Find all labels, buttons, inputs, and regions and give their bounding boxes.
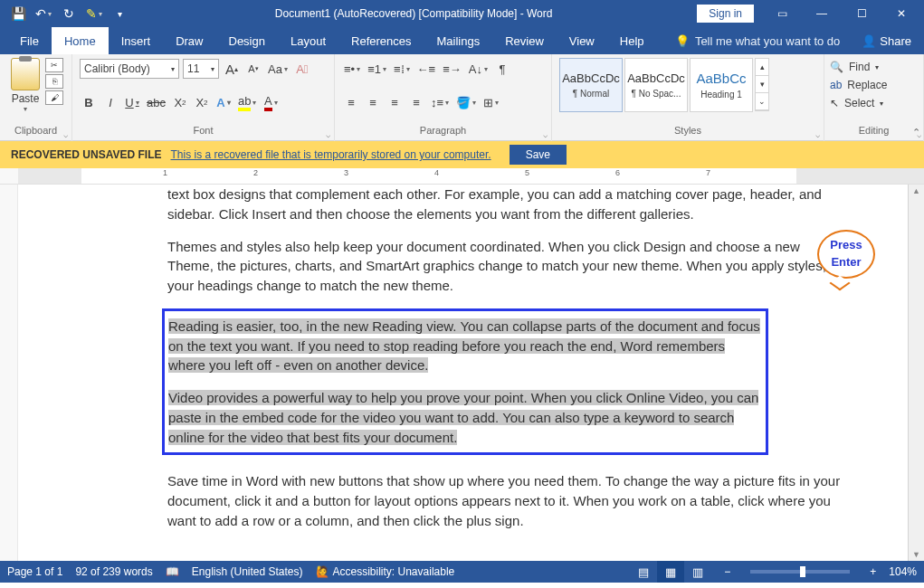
align-left-button[interactable]: ≡ [342, 92, 360, 112]
paste-button[interactable]: Paste ▾ [7, 58, 43, 113]
style-heading-1[interactable]: AaBbCc Heading 1 [690, 58, 753, 112]
document-area: Press Enter text box designs that comple… [0, 185, 924, 561]
share-button[interactable]: 👤 Share [849, 34, 924, 48]
bullets-button[interactable]: ≡• [342, 59, 362, 79]
cut-icon[interactable]: ✂ [45, 58, 63, 72]
ruler-scale[interactable]: 1 2 3 4 5 6 7 [18, 168, 924, 184]
tab-file[interactable]: File [7, 27, 52, 54]
callout-line2: Enter [831, 254, 861, 271]
highlight-button[interactable]: ab [236, 92, 258, 112]
group-label-editing: Editing [830, 125, 918, 139]
undo-icon[interactable]: ↶▾ [33, 3, 54, 24]
highlighter-qat-icon[interactable]: ✎▾ [83, 3, 105, 24]
font-size-select[interactable]: 11▾ [183, 59, 219, 79]
spellcheck-icon[interactable]: 📖 [166, 565, 179, 578]
italic-button[interactable]: I [101, 92, 119, 112]
vertical-scrollbar[interactable] [908, 185, 924, 561]
font-name-select[interactable]: Calibri (Body)▾ [80, 59, 179, 79]
clear-format-button[interactable]: A⃠ [293, 59, 311, 79]
strikethrough-button[interactable]: abc [145, 92, 167, 112]
close-button[interactable]: ✕ [882, 0, 920, 27]
print-layout-icon[interactable]: ▦ [657, 561, 684, 583]
qat-customize-icon[interactable]: ▾ [109, 3, 130, 24]
collapse-ribbon-icon[interactable]: ⌃ [912, 127, 920, 138]
doc-paragraph: Save time in Word with new buttons that … [167, 471, 844, 530]
zoom-level[interactable]: 104% [889, 565, 917, 578]
align-center-button[interactable]: ≡ [364, 92, 382, 112]
group-paragraph: ≡• ≡1 ≡⁞ ←≡ ≡→ A↓ ¶ ≡ ≡ ≡ ≡ ↕≡ 🪣 ⊞ Parag… [335, 54, 552, 141]
zoom-slider[interactable] [750, 570, 850, 574]
numbering-button[interactable]: ≡1 [366, 59, 388, 79]
superscript-button[interactable]: X2 [193, 92, 211, 112]
style-no-spacing[interactable]: AaBbCcDc ¶ No Spac... [624, 58, 688, 112]
justify-button[interactable]: ≡ [407, 92, 425, 112]
redo-icon[interactable]: ↻ [58, 3, 80, 24]
status-words[interactable]: 92 of 239 words [75, 565, 152, 578]
text-effects-button[interactable]: A [214, 92, 233, 112]
tab-home[interactable]: Home [52, 27, 109, 54]
multilevel-button[interactable]: ≡⁞ [392, 59, 412, 79]
group-label-paragraph: Paragraph [342, 125, 544, 139]
find-button[interactable]: 🔍Find▾ [830, 58, 918, 76]
indent-button[interactable]: ≡→ [441, 59, 463, 79]
tab-draw[interactable]: Draw [163, 27, 215, 54]
search-icon: 🔍 [830, 61, 843, 73]
line-spacing-button[interactable]: ↕≡ [429, 92, 451, 112]
tab-view[interactable]: View [557, 27, 607, 54]
horizontal-ruler[interactable]: 1 2 3 4 5 6 7 [0, 168, 924, 185]
status-language[interactable]: English (United States) [192, 565, 303, 578]
select-button[interactable]: ↖Select▾ [830, 94, 918, 112]
tell-me-search[interactable]: 💡 Tell me what you want to do [666, 34, 849, 48]
maximize-button[interactable]: ☐ [843, 0, 881, 27]
read-mode-icon[interactable]: ▤ [630, 561, 657, 583]
borders-button[interactable]: ⊞ [481, 92, 500, 112]
ribbon-display-icon[interactable]: ▭ [763, 0, 801, 27]
status-bar: Page 1 of 1 92 of 239 words 📖 English (U… [0, 561, 924, 583]
share-icon: 👤 [862, 34, 876, 48]
show-marks-button[interactable]: ¶ [493, 59, 511, 79]
group-clipboard: Paste ▾ ✂ ⎘ 🖌 Clipboard [0, 54, 72, 141]
zoom-in-button[interactable]: + [870, 565, 876, 578]
tab-layout[interactable]: Layout [278, 27, 338, 54]
minimize-button[interactable]: — [803, 0, 841, 27]
underline-button[interactable]: U [123, 92, 141, 112]
ribbon-tabs: File Home Insert Draw Design Layout Refe… [0, 27, 924, 54]
tab-mailings[interactable]: Mailings [424, 27, 493, 54]
replace-icon: ab [830, 79, 842, 91]
replace-button[interactable]: abReplace [830, 76, 918, 94]
accessibility-icon[interactable]: 🙋Accessibility: Unavailable [316, 565, 455, 578]
vertical-ruler[interactable] [0, 185, 18, 561]
tab-references[interactable]: References [338, 27, 424, 54]
window-title: Document1 (AutoRecovered) [Compatibility… [130, 7, 697, 20]
msgbar-link[interactable]: This is a recovered file that is tempora… [170, 148, 491, 161]
style-normal[interactable]: AaBbCcDc ¶ Normal [559, 58, 623, 112]
sign-in-button[interactable]: Sign in [697, 5, 754, 23]
cursor-icon: ↖ [830, 97, 839, 109]
shading-button[interactable]: 🪣 [454, 92, 478, 112]
copy-icon[interactable]: ⎘ [45, 74, 63, 89]
subscript-button[interactable]: X2 [171, 92, 189, 112]
tab-review[interactable]: Review [492, 27, 557, 54]
font-color-button[interactable]: A [262, 92, 280, 112]
shrink-font-button[interactable]: A▾ [244, 59, 262, 79]
format-painter-icon[interactable]: 🖌 [45, 90, 63, 105]
align-right-button[interactable]: ≡ [386, 92, 404, 112]
zoom-out-button[interactable]: − [724, 565, 730, 578]
web-layout-icon[interactable]: ▥ [684, 561, 711, 583]
bold-button[interactable]: B [80, 92, 98, 112]
paste-label: Paste [12, 92, 40, 105]
styles-scroll[interactable]: ▴▾⌄ [755, 58, 769, 111]
change-case-button[interactable]: Aa [266, 59, 290, 79]
save-icon[interactable]: 💾 [7, 3, 29, 24]
group-label-styles: Styles [559, 125, 816, 139]
tab-insert[interactable]: Insert [109, 27, 164, 54]
msgbar-save-button[interactable]: Save [510, 145, 567, 165]
document-page[interactable]: Press Enter text box designs that comple… [18, 185, 908, 561]
tab-design[interactable]: Design [216, 27, 278, 54]
outdent-button[interactable]: ←≡ [415, 59, 438, 79]
ruler-corner [0, 168, 18, 184]
status-page[interactable]: Page 1 of 1 [7, 565, 62, 578]
grow-font-button[interactable]: A▴ [223, 59, 241, 79]
tab-help[interactable]: Help [607, 27, 657, 54]
sort-button[interactable]: A↓ [467, 59, 490, 79]
